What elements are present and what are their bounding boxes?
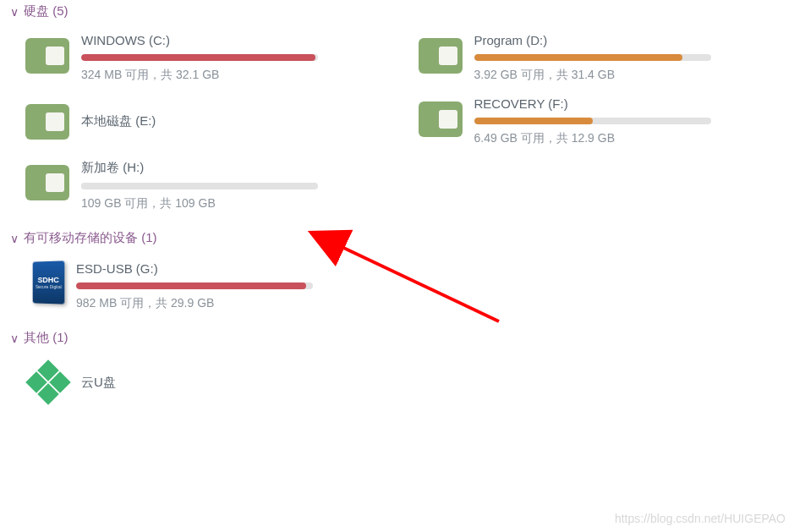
drive-info: WINDOWS (C:) 324 MB 可用，共 32.1 GB bbox=[81, 33, 347, 83]
progress-bar bbox=[81, 54, 318, 61]
drive-item-g[interactable]: SDHC Secure Digital ESD-USB (G:) 982 MB … bbox=[25, 261, 347, 311]
progress-bar bbox=[81, 183, 318, 189]
sd-label-bottom: Secure Digital bbox=[36, 284, 62, 289]
drive-name: ESD-USB (G:) bbox=[76, 261, 347, 276]
drive-item-c[interactable]: WINDOWS (C:) 324 MB 可用，共 32.1 GB bbox=[25, 33, 347, 83]
drive-name: 云U盘 bbox=[81, 375, 116, 391]
drive-info: 新加卷 (H:) 109 GB 可用，共 109 GB bbox=[81, 160, 347, 211]
drive-status: 6.49 GB 可用，共 12.9 GB bbox=[474, 131, 740, 146]
removable-drives: SDHC Secure Digital ESD-USB (G:) 982 MB … bbox=[0, 261, 794, 311]
hdd-drives-grid: WINDOWS (C:) 324 MB 可用，共 32.1 GB Program… bbox=[0, 33, 794, 211]
drive-icon bbox=[25, 38, 69, 74]
drive-name: 本地磁盘 (E:) bbox=[81, 113, 156, 129]
progress-bar bbox=[76, 282, 313, 289]
drive-icon bbox=[419, 38, 463, 74]
drive-status: 3.92 GB 可用，共 31.4 GB bbox=[474, 68, 740, 83]
progress-bar bbox=[474, 118, 711, 124]
section-title: 硬盘 (5) bbox=[24, 3, 68, 19]
other-drives: 云U盘 bbox=[0, 361, 794, 403]
chevron-down-icon: ∨ bbox=[10, 332, 19, 345]
drive-item-cloud[interactable]: 云U盘 bbox=[25, 361, 347, 403]
drive-info: Program (D:) 3.92 GB 可用，共 31.4 GB bbox=[474, 33, 740, 83]
drive-item-h[interactable]: 新加卷 (H:) 109 GB 可用，共 109 GB bbox=[25, 160, 347, 211]
drive-info: ESD-USB (G:) 982 MB 可用，共 29.9 GB bbox=[76, 261, 347, 311]
drive-status: 109 GB 可用，共 109 GB bbox=[81, 196, 347, 211]
chevron-down-icon: ∨ bbox=[10, 5, 19, 19]
drive-info: RECOVERY (F:) 6.49 GB 可用，共 12.9 GB bbox=[474, 96, 740, 146]
drive-icon bbox=[419, 101, 463, 137]
progress-fill bbox=[81, 54, 315, 61]
section-header-hdd[interactable]: ∨ 硬盘 (5) bbox=[0, 0, 794, 23]
drive-item-f[interactable]: RECOVERY (F:) 6.49 GB 可用，共 12.9 GB bbox=[419, 96, 740, 146]
drive-icon bbox=[25, 104, 69, 140]
sd-label-top: SDHC bbox=[38, 276, 59, 284]
section-header-other[interactable]: ∨ 其他 (1) bbox=[0, 326, 794, 349]
section-header-removable[interactable]: ∨ 有可移动存储的设备 (1) bbox=[0, 227, 794, 250]
watermark: https://blog.csdn.net/HUIGEPAO bbox=[615, 512, 786, 525]
section-title: 其他 (1) bbox=[24, 330, 68, 346]
drive-item-d[interactable]: Program (D:) 3.92 GB 可用，共 31.4 GB bbox=[419, 33, 740, 83]
cloud-drive-icon bbox=[27, 361, 69, 403]
progress-fill bbox=[76, 282, 306, 289]
drive-icon bbox=[25, 165, 69, 200]
progress-fill bbox=[81, 183, 84, 189]
drive-name: RECOVERY (F:) bbox=[474, 96, 740, 111]
drive-name: Program (D:) bbox=[474, 33, 740, 47]
progress-fill bbox=[474, 118, 593, 124]
progress-bar bbox=[474, 54, 711, 61]
section-title: 有可移动存储的设备 (1) bbox=[24, 230, 157, 246]
drive-item-e[interactable]: 本地磁盘 (E:) bbox=[25, 96, 347, 146]
drive-status: 982 MB 可用，共 29.9 GB bbox=[76, 296, 347, 311]
drive-status: 324 MB 可用，共 32.1 GB bbox=[81, 68, 347, 83]
drive-name: 新加卷 (H:) bbox=[81, 160, 347, 176]
chevron-down-icon: ∨ bbox=[10, 232, 19, 245]
drive-name: WINDOWS (C:) bbox=[81, 33, 347, 47]
progress-fill bbox=[474, 54, 682, 61]
sd-card-icon: SDHC Secure Digital bbox=[33, 261, 65, 304]
